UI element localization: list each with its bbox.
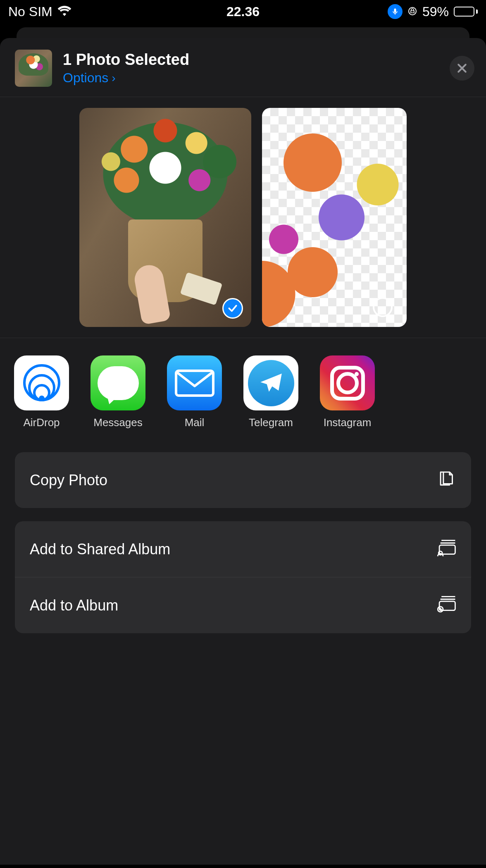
app-label: Instagram	[324, 416, 372, 429]
options-button[interactable]: Options ›	[63, 70, 439, 86]
photo-thumbnail-selected[interactable]	[79, 108, 251, 327]
header-title: 1 Photo Selected	[63, 51, 439, 69]
app-label: AirDrop	[23, 416, 60, 429]
action-add-album[interactable]: Add to Album	[15, 577, 471, 633]
battery-icon	[454, 7, 478, 17]
airdrop-icon	[14, 355, 69, 410]
svg-rect-0	[394, 9, 396, 13]
share-app-airdrop[interactable]: AirDrop	[14, 355, 69, 429]
share-sheet: 1 Photo Selected Options ›	[0, 38, 486, 865]
mail-icon	[167, 355, 222, 410]
carrier-label: No SIM	[8, 4, 52, 19]
action-add-shared-album[interactable]: Add to Shared Album	[15, 521, 471, 577]
options-label: Options	[63, 70, 108, 86]
share-app-telegram[interactable]: Telegram	[243, 355, 298, 429]
photo-strip[interactable]	[0, 97, 486, 338]
battery-percent: 59%	[422, 4, 449, 19]
mic-recording-icon	[388, 4, 403, 19]
shared-album-icon	[437, 538, 456, 560]
selected-checkmark-icon	[222, 298, 243, 319]
action-label: Add to Shared Album	[30, 541, 170, 558]
share-app-messages[interactable]: Messages	[91, 355, 145, 429]
status-right: 59%	[388, 4, 478, 19]
status-left: No SIM	[8, 4, 71, 19]
share-app-mail[interactable]: Mail	[167, 355, 222, 429]
header-thumbnail	[15, 50, 52, 87]
chevron-right-icon: ›	[112, 72, 115, 85]
header-text: 1 Photo Selected Options ›	[63, 51, 439, 86]
status-bar: No SIM 22.36 59%	[0, 0, 486, 23]
app-label: Telegram	[249, 416, 293, 429]
add-album-icon	[437, 594, 456, 617]
instagram-icon	[320, 355, 375, 410]
sheet-header: 1 Photo Selected Options ›	[0, 38, 486, 97]
action-label: Copy Photo	[30, 472, 107, 489]
wifi-icon	[57, 4, 71, 19]
unselected-ring-icon	[373, 297, 393, 317]
app-row[interactable]: AirDrop Messages Mail Telegram	[0, 338, 486, 446]
share-app-instagram[interactable]: Instagram	[320, 355, 375, 429]
action-group-1: Copy Photo	[15, 452, 471, 508]
action-group-2: Add to Shared Album Add to Album	[15, 521, 471, 633]
close-button[interactable]	[450, 56, 474, 81]
photo-thumbnail-unselected[interactable]	[262, 108, 407, 327]
close-icon	[456, 62, 468, 74]
action-copy-photo[interactable]: Copy Photo	[15, 452, 471, 508]
app-label: Mail	[185, 416, 205, 429]
telegram-icon	[243, 355, 298, 410]
action-label: Add to Album	[30, 597, 118, 614]
messages-icon	[91, 355, 145, 410]
app-label: Messages	[93, 416, 143, 429]
orientation-lock-icon	[407, 4, 417, 19]
copy-icon	[437, 469, 456, 491]
